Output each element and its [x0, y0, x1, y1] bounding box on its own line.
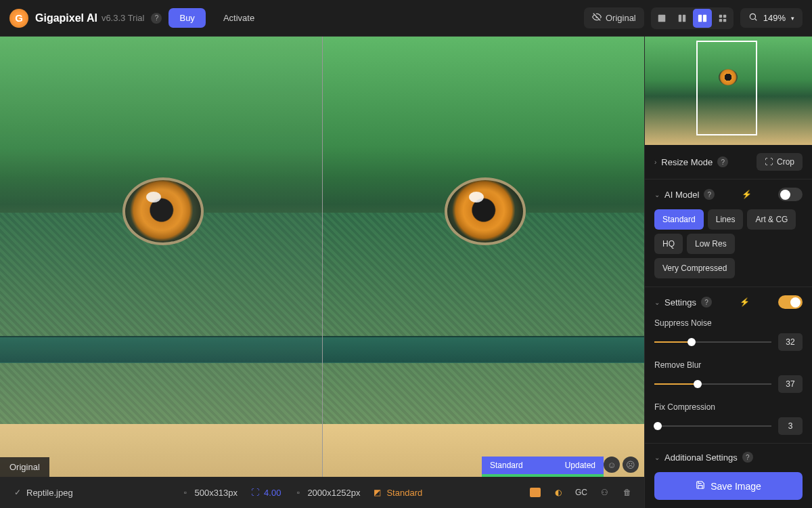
model-lowres-button[interactable]: Low Res [687, 234, 735, 254]
zoom-icon [748, 12, 758, 24]
model-compressed-button[interactable]: Very Compressed [654, 258, 735, 278]
svg-rect-5 [719, 14, 722, 17]
save-image-button[interactable]: Save Image [654, 472, 803, 500]
fix-compression-slider[interactable] [654, 425, 771, 427]
eye-off-icon [592, 12, 602, 24]
original-dims: ▫ 500x313px [180, 488, 238, 498]
version-label: v6.3.3 Trial [102, 13, 145, 23]
chevron-right-icon: › [654, 158, 656, 166]
feedback-happy-button[interactable]: ☺ [604, 457, 620, 473]
thumbnail-navigator[interactable] [645, 37, 812, 145]
contrast-icon[interactable]: ◐ [553, 488, 563, 498]
chevron-down-icon: ⌄ [654, 191, 660, 198]
pill-model-label: Standard [490, 461, 523, 470]
zoom-control[interactable]: 149% ▾ [740, 8, 803, 28]
model-lines-button[interactable]: Lines [708, 209, 744, 230]
model-artcg-button[interactable]: Art & CG [747, 209, 796, 230]
svg-rect-8 [723, 18, 726, 21]
split-view[interactable]: Original Standard Updated ☺ ☹ [0, 37, 644, 477]
viewport-indicator[interactable] [696, 41, 757, 135]
remove-blur-slider[interactable] [654, 383, 771, 385]
image-icon: ▫ [180, 488, 190, 498]
bottom-bar: ✓ Reptile.jpeg ▫ 500x313px ⛶ 4.00 ▫ 2000… [0, 477, 644, 508]
help-icon[interactable]: ? [701, 297, 712, 308]
settings-auto-toggle[interactable] [778, 295, 803, 309]
original-label: Original [0, 457, 49, 477]
format-icon[interactable] [530, 488, 541, 497]
svg-rect-0 [658, 14, 666, 22]
model-icon: ◩ [372, 488, 382, 498]
expand-icon: ⛶ [250, 488, 260, 498]
svg-rect-6 [723, 14, 726, 17]
chevron-down-icon: ⌄ [654, 299, 660, 306]
scale-factor: ⛶ 4.00 [250, 488, 281, 498]
svg-rect-3 [698, 14, 702, 22]
top-bar: G Gigapixel AI v6.3.3 Trial ? Buy Activa… [0, 0, 812, 37]
filename: Reptile.jpeg [26, 488, 73, 498]
model-badge: ◩ Standard [372, 488, 422, 498]
output-dims: ▫ 2000x1252px [293, 488, 360, 498]
model-grid: Standard Lines Art & CG HQ Low Res Very … [654, 209, 803, 278]
check-icon: ✓ [12, 488, 22, 498]
suppress-noise-slider[interactable] [654, 341, 771, 343]
output-icon: ▫ [293, 488, 303, 498]
suppress-noise-label: Suppress Noise [654, 318, 803, 328]
resize-mode-header[interactable]: › Resize Mode ? ⛶ Crop [654, 153, 803, 171]
chevron-down-icon: ⌄ [654, 454, 660, 461]
crop-button[interactable]: ⛶ Crop [757, 153, 803, 171]
app-name: Gigapixel AI [35, 12, 97, 24]
remove-blur-label: Remove Blur [654, 360, 803, 370]
person-icon[interactable]: ⚇ [600, 488, 610, 498]
enhanced-pane [323, 37, 645, 477]
settings-header[interactable]: ⌄ Settings ? ⚡ [654, 295, 803, 309]
view-split-button[interactable] [673, 9, 692, 28]
buy-button[interactable]: Buy [168, 8, 205, 28]
ai-model-auto-toggle[interactable] [778, 188, 803, 201]
right-sidebar: › Resize Mode ? ⛶ Crop ⌄ AI Model ? ⚡ [644, 37, 812, 508]
preview-area: Original Standard Updated ☺ ☹ ✓ Reptile.… [0, 37, 644, 508]
svg-rect-4 [703, 14, 706, 22]
help-icon[interactable]: ? [742, 452, 753, 463]
status-pill: Standard Updated [482, 457, 604, 477]
auto-icon: ⚡ [740, 297, 750, 307]
chevron-down-icon: ▾ [791, 15, 794, 22]
svg-rect-7 [719, 18, 722, 21]
delete-icon[interactable]: 🗑 [622, 488, 632, 498]
feedback-sad-button[interactable]: ☹ [623, 457, 639, 473]
svg-rect-1 [679, 14, 681, 22]
view-grid-button[interactable] [713, 9, 732, 28]
activate-button[interactable]: Activate [212, 8, 265, 28]
model-standard-button[interactable]: Standard [654, 209, 704, 230]
view-single-button[interactable] [652, 9, 671, 28]
app-logo-icon: G [9, 9, 28, 28]
original-pane [0, 37, 323, 477]
svg-point-9 [750, 14, 755, 19]
model-hq-button[interactable]: HQ [654, 234, 683, 254]
show-original-label: Original [606, 13, 636, 23]
zoom-value: 149% [763, 13, 786, 23]
additional-settings-header[interactable]: ⌄ Additional Settings ? [654, 452, 803, 463]
progress-bar [482, 474, 604, 477]
remove-blur-value[interactable]: 37 [778, 375, 803, 393]
pill-status-label: Updated [565, 461, 595, 470]
svg-rect-2 [683, 14, 685, 22]
crop-icon: ⛶ [765, 157, 773, 167]
help-icon[interactable]: ? [151, 13, 162, 24]
view-side-by-side-button[interactable] [693, 9, 712, 28]
show-original-button[interactable]: Original [584, 7, 644, 28]
fix-compression-label: Fix Compression [654, 402, 803, 412]
view-mode-group [651, 7, 734, 29]
suppress-noise-value[interactable]: 32 [778, 333, 803, 351]
filename-item: ✓ Reptile.jpeg [12, 488, 73, 498]
gc-label: GC [575, 488, 587, 497]
help-icon[interactable]: ? [717, 156, 728, 167]
auto-icon: ⚡ [742, 190, 752, 199]
ai-model-header[interactable]: ⌄ AI Model ? ⚡ [654, 188, 803, 201]
fix-compression-value[interactable]: 3 [778, 417, 803, 435]
help-icon[interactable]: ? [704, 189, 715, 200]
save-icon [696, 480, 705, 492]
